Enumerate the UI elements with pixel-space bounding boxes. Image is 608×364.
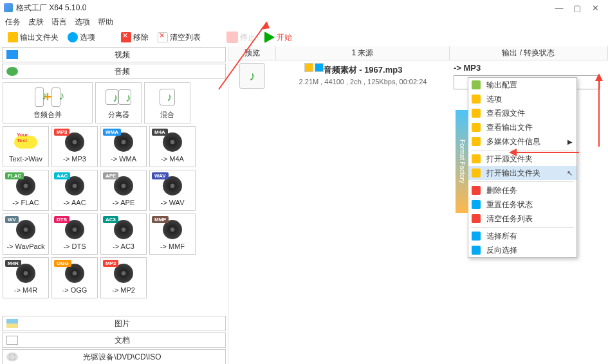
- minimize-button[interactable]: —: [550, 2, 568, 14]
- audio-icon: [6, 67, 18, 76]
- remove-button[interactable]: 移除: [118, 31, 151, 44]
- ctx-label: 查看输出文件: [486, 122, 533, 133]
- col-source[interactable]: 1 来源: [276, 46, 450, 60]
- tool-MP2[interactable]: MP2-> MP2: [100, 257, 147, 298]
- clear-button[interactable]: 清空列表: [155, 31, 203, 44]
- ctx-重置任务状态[interactable]: 重置任务状态: [468, 197, 576, 212]
- disc-icon: [6, 352, 18, 361]
- tool-AC3[interactable]: AC3-> AC3: [100, 214, 147, 255]
- start-button[interactable]: 开始: [262, 30, 295, 44]
- ctx-输出配置[interactable]: 输出配置: [468, 78, 576, 92]
- ctx-icon: [472, 154, 481, 163]
- col-output[interactable]: 输出 / 转换状态: [450, 46, 608, 60]
- tool-icon: +: [35, 86, 60, 108]
- output-folder-button[interactable]: 输出文件夹: [5, 31, 61, 44]
- tool-OGG[interactable]: OGG-> OGG: [51, 257, 98, 298]
- tool-M4R[interactable]: M4R-> M4R: [3, 257, 49, 298]
- ctx-label: 重置任务状态: [486, 199, 533, 210]
- col-preview[interactable]: 预览: [228, 46, 276, 60]
- output-format: -> MP3: [454, 63, 604, 73]
- menu-options[interactable]: 选项: [75, 17, 90, 28]
- ctx-label: 输出配置: [486, 80, 517, 91]
- ctx-选择所有[interactable]: 选择所有: [468, 229, 576, 243]
- menu-lang[interactable]: 语言: [51, 17, 67, 28]
- tool-WAV[interactable]: WAV-> WAV: [149, 170, 196, 211]
- picture-icon: [6, 319, 18, 328]
- menu-task[interactable]: 任务: [5, 17, 21, 28]
- tool-分离器[interactable]: 分离器: [95, 82, 142, 123]
- ctx-icon: [472, 246, 481, 255]
- ctx-反向选择[interactable]: 反向选择: [468, 243, 576, 257]
- menu-help[interactable]: 帮助: [98, 17, 113, 28]
- remove-label: 移除: [133, 32, 149, 43]
- stop-button[interactable]: 停止: [224, 30, 258, 44]
- file-name: 音频素材 - 1967.mp3: [324, 64, 403, 76]
- ctx-查看输出文件[interactable]: 查看输出文件: [468, 120, 576, 134]
- document-icon: [6, 336, 18, 345]
- tool-label: 分离器: [108, 110, 129, 120]
- ctx-icon: [472, 232, 481, 241]
- remove-icon: [121, 32, 131, 42]
- tool-M4A[interactable]: M4A-> M4A: [149, 126, 196, 167]
- tool-FLAC[interactable]: FLAC-> FLAC: [3, 170, 49, 211]
- category-document[interactable]: 文档: [2, 332, 226, 348]
- close-button[interactable]: ✕: [586, 2, 604, 14]
- tool-label: -> WAV: [161, 199, 185, 206]
- tool-MP3[interactable]: MP3-> MP3: [51, 126, 98, 167]
- ctx-多媒体文件信息[interactable]: 多媒体文件信息▶: [468, 134, 576, 149]
- ctx-label: 查看源文件: [486, 108, 525, 119]
- tool-label: Text->Wav: [9, 155, 42, 163]
- category-video-label: 视频: [23, 50, 221, 60]
- ctx-选项[interactable]: 选项: [468, 92, 576, 106]
- ctx-icon: [472, 123, 481, 132]
- window-title: 格式工厂 X64 5.10.0: [16, 3, 550, 14]
- tool-label: 音频合并: [33, 110, 62, 120]
- ctx-label: 打开源文件夹: [486, 154, 533, 165]
- context-menu: Format Factory 输出配置选项查看源文件查看输出文件多媒体文件信息▶…: [468, 77, 577, 258]
- tool-AAC[interactable]: AAC-> AAC: [51, 170, 98, 211]
- tool-WMA[interactable]: WMA-> WMA: [100, 126, 147, 167]
- ctx-icon: [472, 214, 481, 223]
- options-label: 选项: [80, 32, 95, 43]
- folder-icon: [8, 32, 18, 42]
- ctx-打开源文件夹[interactable]: 打开源文件夹: [468, 152, 576, 166]
- ctx-icon: [472, 95, 481, 104]
- column-headers: 预览 1 来源 输出 / 转换状态: [228, 46, 608, 60]
- tool-混合[interactable]: 混合: [144, 82, 190, 123]
- row-play-icon[interactable]: [315, 63, 324, 72]
- tool-WV[interactable]: WV-> WavPack: [3, 214, 49, 255]
- clear-icon: [158, 32, 168, 42]
- ctx-清空任务列表[interactable]: 清空任务列表: [468, 212, 576, 226]
- ctx-label: 反向选择: [486, 245, 517, 256]
- maximize-button[interactable]: ▢: [568, 2, 586, 14]
- tool-label: -> MP3: [63, 155, 86, 163]
- options-button[interactable]: 选项: [65, 31, 98, 44]
- context-sidebar: Format Factory: [456, 110, 468, 213]
- category-device[interactable]: 光驱设备\DVD\CD\ISO: [2, 349, 226, 364]
- tool-label: -> M4R: [14, 286, 37, 294]
- titlebar: 格式工厂 X64 5.10.0 — ▢ ✕: [0, 0, 608, 15]
- tool-Text->Wav[interactable]: Your TextText->Wav: [3, 126, 49, 167]
- category-picture[interactable]: 图片: [2, 316, 226, 331]
- tool-label: -> DTS: [63, 242, 86, 250]
- row-folder-icon[interactable]: [304, 63, 313, 72]
- options-icon: [68, 32, 78, 42]
- tool-音频合并[interactable]: +音频合并: [3, 82, 93, 123]
- ctx-查看源文件[interactable]: 查看源文件: [468, 106, 576, 120]
- tool-label: -> AAC: [63, 199, 86, 206]
- category-video[interactable]: 视频: [2, 47, 226, 62]
- tool-label: 混合: [160, 110, 174, 120]
- tool-MMF[interactable]: MMF-> MMF: [149, 214, 196, 255]
- ctx-打开输出文件夹[interactable]: 打开输出文件夹↖: [468, 166, 576, 180]
- right-panel: 预览 1 来源 输出 / 转换状态 ♪ 音频素材 - 1967.mp3 2.21…: [228, 46, 608, 364]
- tool-DTS[interactable]: DTS-> DTS: [51, 214, 98, 255]
- category-audio[interactable]: 音频: [2, 64, 226, 79]
- tool-APE[interactable]: APE-> APE: [100, 170, 147, 211]
- tool-label: -> M4A: [161, 155, 184, 163]
- menu-skin[interactable]: 皮肤: [28, 17, 44, 28]
- ctx-删除任务[interactable]: 删除任务: [468, 183, 576, 197]
- tool-icon: [106, 86, 131, 108]
- tool-label: -> WMA: [111, 155, 136, 163]
- toolbar: 输出文件夹 选项 移除 清空列表 停止 开始: [0, 28, 608, 46]
- ctx-icon: [472, 80, 481, 89]
